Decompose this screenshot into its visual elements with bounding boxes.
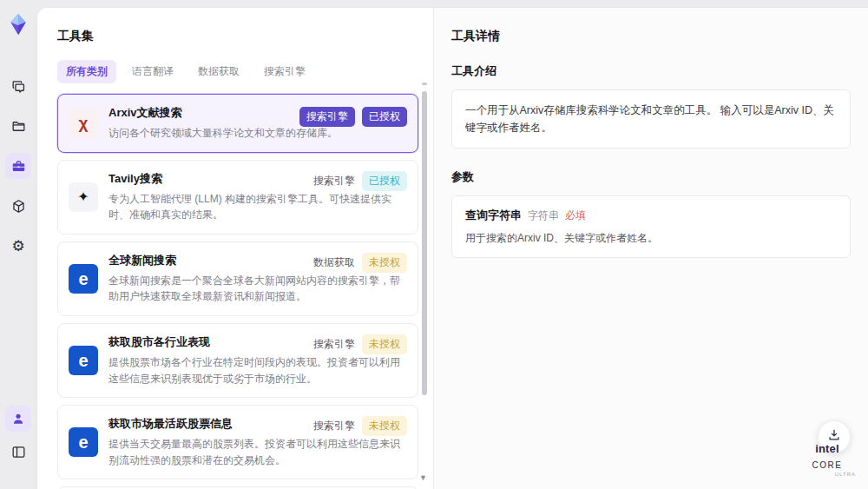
chat-icon [10, 78, 27, 95]
tool-badges: 搜索引擎 未授权 [313, 334, 407, 354]
tool-auth-badge: 未授权 [362, 253, 407, 273]
param-name: 查询字符串 [465, 208, 522, 223]
stock-logo-icon: e [78, 352, 88, 369]
sidebar: ⚙ [0, 0, 36, 489]
page-title: 工具集 [57, 29, 419, 44]
scrollbar-down-arrow[interactable]: ▼ [419, 473, 427, 482]
tool-badges: 搜索引擎 已授权 [313, 171, 407, 191]
tool-description: 提供股票市场各个行业在特定时间段内的表现。投资者可以利用这些信息来识别表现优于或… [108, 354, 405, 387]
tool-icon: χ [69, 109, 98, 138]
tool-badges: 数据获取 未授权 [313, 253, 407, 273]
ultra-text: ULTRA [799, 472, 856, 478]
tool-icon: e [69, 346, 98, 375]
category-tabs: 所有类别 语言翻译 数据获取 搜索引擎 [57, 60, 419, 83]
tool-list-pane: 工具集 所有类别 语言翻译 数据获取 搜索引擎 χ Arxiv文献搜索 访问各个… [37, 8, 433, 489]
tool-auth-badge: 已授权 [362, 171, 407, 191]
tool-list-item[interactable]: e 获取市场最活跃股票信息 提供当天交易量最高的股票列表。投资者可以利用这些信息… [57, 405, 418, 479]
sidebar-item-profile[interactable] [5, 406, 31, 432]
intro-heading: 工具介绍 [451, 63, 851, 79]
tool-icon: e [69, 427, 98, 457]
sidebar-item-panel-toggle[interactable] [5, 439, 31, 465]
tool-list-item[interactable]: ✦ Tavily搜索 专为人工智能代理 (LLM) 构建的搜索引擎工具。可快速提… [57, 160, 418, 235]
tool-auth-badge: 已授权 [362, 107, 407, 127]
param-type: 字符串 [528, 208, 559, 223]
main-card: 工具集 所有类别 语言翻译 数据获取 搜索引擎 χ Arxiv文献搜索 访问各个… [36, 7, 868, 489]
toolbox-icon [10, 158, 27, 175]
intel-core-brand: intel CORE ULTRA [799, 440, 856, 478]
panel-toggle-icon [10, 444, 27, 460]
tool-detail-pane: 工具详情 工具介绍 一个用于从Arxiv存储库搜索科学论文和文章的工具。 输入可… [433, 8, 868, 489]
detail-title: 工具详情 [451, 29, 851, 44]
sidebar-item-tools[interactable] [5, 153, 31, 179]
sidebar-item-plugins[interactable] [5, 193, 31, 219]
tool-description: 提供当天交易量最高的股票列表。投资者可以利用这些信息来识别流动性强的股票和潜在的… [108, 436, 405, 468]
intro-text: 一个用于从Arxiv存储库搜索科学论文和文章的工具。 输入可以是Arxiv ID… [465, 102, 837, 136]
param-required-badge: 必填 [565, 208, 586, 223]
scrollbar: ▼ [422, 83, 427, 482]
folder-icon [10, 118, 27, 135]
sidebar-item-chat[interactable] [5, 73, 31, 99]
param-description: 用于搜索的Arxiv ID、关键字或作者姓名。 [465, 231, 837, 246]
cube-icon [10, 198, 27, 215]
tool-category-badge: 搜索引擎 [313, 416, 355, 436]
tool-category-badge: 搜索引擎 [299, 107, 355, 127]
tool-description: 访问各个研究领域大量科学论文和文章的存储库。 [108, 125, 405, 142]
sidebar-item-files[interactable] [5, 113, 31, 139]
tool-list-item[interactable]: e 获取股市各行业表现 提供股票市场各个行业在特定时间段内的表现。投资者可以利用… [57, 323, 418, 398]
scrollbar-thumb[interactable] [422, 91, 427, 395]
tool-category-badge: 搜索引擎 [313, 171, 355, 191]
tool-list-item[interactable]: χ Arxiv文献搜索 访问各个研究领域大量科学论文和文章的存储库。 搜索引擎 … [57, 94, 418, 153]
tool-auth-badge: 未授权 [362, 416, 407, 436]
param-card: 查询字符串 字符串 必填 用于搜索的Arxiv ID、关键字或作者姓名。 [451, 195, 851, 258]
intro-card: 一个用于从Arxiv存储库搜索科学论文和文章的工具。 输入可以是Arxiv ID… [451, 89, 851, 149]
tool-auth-badge: 未授权 [362, 334, 407, 354]
tool-badges: 搜索引擎 未授权 [313, 416, 407, 436]
tool-list: χ Arxiv文献搜索 访问各个研究领域大量科学论文和文章的存储库。 搜索引擎 … [57, 94, 418, 489]
sidebar-item-settings[interactable]: ⚙ [5, 233, 31, 259]
tool-list-item[interactable]: e 全球新闻搜索 全球新闻搜索是一个聚合全球各大新闻网站内容的搜索引擎，帮助用户… [57, 241, 418, 316]
tab-language-translation[interactable]: 语言翻译 [123, 60, 182, 83]
tab-search-engine[interactable]: 搜索引擎 [255, 60, 314, 83]
tool-description: 全球新闻搜索是一个聚合全球各大新闻网站内容的搜索引擎，帮助用户快速获取全球最新资… [108, 273, 405, 305]
tool-description: 专为人工智能代理 (LLM) 构建的搜索引擎工具。可快速提供实时、准确和真实的结… [108, 191, 405, 223]
tool-icon: ✦ [69, 182, 98, 212]
tool-category-badge: 搜索引擎 [313, 334, 355, 354]
app-logo-icon [6, 12, 30, 36]
tool-category-badge: 数据获取 [313, 253, 355, 273]
core-text: CORE [812, 460, 843, 470]
user-icon [10, 411, 26, 426]
params-heading: 参数 [451, 169, 851, 185]
tool-badges: 搜索引擎 已授权 [299, 107, 407, 127]
intel-text: intel [815, 442, 839, 455]
stock-logo-icon: e [78, 433, 88, 451]
scrollbar-top-mark [422, 83, 427, 85]
tool-icon: e [69, 264, 98, 294]
arxiv-chi-icon: χ [79, 115, 89, 131]
tab-all-categories[interactable]: 所有类别 [57, 60, 116, 83]
news-logo-icon: e [78, 270, 88, 287]
sparkle-icon: ✦ [77, 190, 89, 204]
gear-icon: ⚙ [11, 239, 24, 254]
tab-data-fetch[interactable]: 数据获取 [189, 60, 248, 83]
